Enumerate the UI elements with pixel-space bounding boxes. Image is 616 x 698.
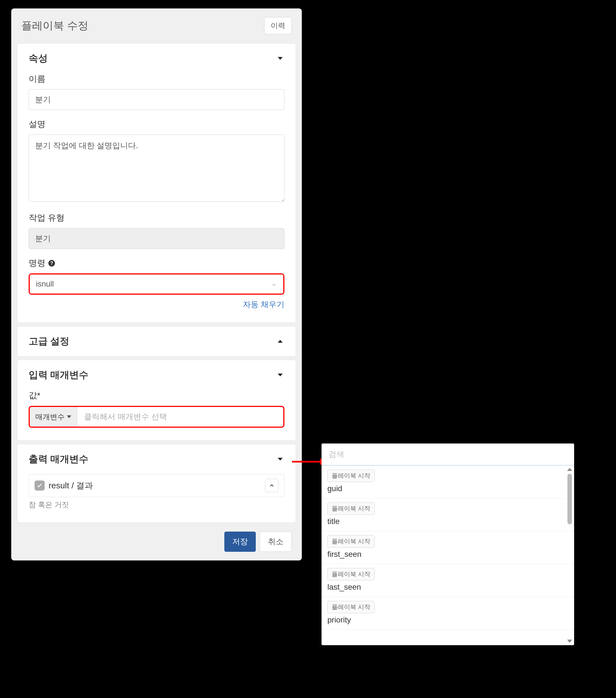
advanced-header[interactable]: 고급 설정 — [29, 335, 284, 348]
output-result-desc: 참 혹은 거짓 — [29, 500, 284, 510]
command-select[interactable]: isnull — [30, 275, 283, 294]
save-button[interactable]: 저장 — [224, 532, 256, 552]
param-result-item[interactable]: 플레이북 시작guid — [322, 465, 574, 499]
attributes-title: 속성 — [29, 52, 48, 65]
svg-text:?: ? — [50, 260, 53, 266]
caret-down-icon — [67, 415, 71, 418]
output-params-card: 출력 매개변수 result / 결과 참 혹은 거짓 — [17, 444, 296, 522]
attributes-header[interactable]: 속성 — [29, 52, 284, 65]
autofill-link[interactable]: 자동 채우기 — [243, 300, 284, 309]
result-badge: 플레이북 시작 — [327, 502, 374, 515]
param-select-placeholder[interactable]: 클릭해서 매개변수 선택 — [77, 407, 283, 427]
value-label: 값* — [29, 390, 284, 401]
command-value: isnull — [36, 280, 54, 289]
input-params-header[interactable]: 입력 매개변수 — [29, 368, 284, 381]
help-icon[interactable]: ? — [48, 259, 56, 267]
param-search-input[interactable] — [322, 444, 574, 465]
scrollbar[interactable] — [565, 465, 574, 645]
chevron-down-icon — [276, 371, 284, 379]
arrow-annotation — [292, 456, 326, 467]
advanced-card: 고급 설정 — [17, 326, 296, 357]
output-result-group: result / 결과 참 혹은 거짓 — [29, 474, 284, 510]
param-search-popup: 플레이북 시작guid플레이북 시작title플레이북 시작first_seen… — [321, 444, 574, 645]
command-select-highlight: isnull — [29, 274, 284, 295]
check-icon — [35, 480, 45, 491]
output-result-left: result / 결과 — [35, 480, 93, 491]
type-field: 작업 유형 — [29, 212, 284, 249]
name-field: 이름 — [29, 73, 284, 110]
chevron-up-icon — [276, 337, 284, 346]
result-badge: 플레이북 시작 — [327, 601, 374, 613]
panel-header: 플레이북 수정 이력 — [12, 9, 302, 40]
scroll-up-icon[interactable] — [567, 468, 572, 471]
chevron-down-icon — [276, 455, 284, 463]
result-name: guid — [327, 484, 568, 493]
param-result-item[interactable]: 플레이북 시작title — [322, 499, 574, 531]
input-params-title: 입력 매개변수 — [29, 368, 88, 381]
cancel-button[interactable]: 취소 — [260, 532, 292, 552]
footer-buttons: 저장 취소 — [12, 526, 302, 560]
attributes-card: 속성 이름 설명 작업 유형 명령 ? — [17, 43, 296, 323]
panel-title: 플레이북 수정 — [21, 18, 88, 33]
type-input — [29, 228, 284, 249]
result-badge: 플레이북 시작 — [327, 568, 374, 581]
param-result-list[interactable]: 플레이북 시작guid플레이북 시작title플레이북 시작first_seen… — [322, 465, 574, 645]
autofill-link-wrap: 자동 채우기 — [29, 299, 284, 310]
scroll-thumb[interactable] — [567, 474, 572, 524]
command-field: 명령 ? isnull 자동 채우기 — [29, 257, 284, 310]
name-input[interactable] — [29, 89, 284, 110]
output-params-title: 출력 매개변수 — [29, 453, 88, 465]
value-field: 값* 매개변수 클릭해서 매개변수 선택 — [29, 390, 284, 428]
param-type-dropdown[interactable]: 매개변수 — [30, 407, 77, 427]
input-params-card: 입력 매개변수 값* 매개변수 클릭해서 매개변수 선택 — [17, 360, 296, 441]
output-result-name: result / 결과 — [49, 480, 93, 491]
param-result-item[interactable]: 플레이북 시작last_seen — [322, 564, 574, 597]
type-label: 작업 유형 — [29, 212, 284, 224]
param-result-item[interactable]: 플레이북 시작first_seen — [322, 531, 574, 564]
param-type-label: 매개변수 — [36, 412, 65, 422]
result-name: title — [327, 517, 568, 526]
output-result-row: result / 결과 — [29, 474, 284, 497]
command-label-text: 명령 — [29, 257, 45, 269]
history-button[interactable]: 이력 — [264, 17, 292, 34]
chevron-down-icon — [271, 281, 277, 287]
collapse-output-button[interactable] — [265, 479, 278, 492]
result-badge: 플레이북 시작 — [327, 535, 374, 547]
result-badge: 플레이북 시작 — [327, 470, 374, 482]
param-result-item[interactable]: 플레이북 시작priority — [322, 597, 574, 630]
advanced-title: 고급 설정 — [29, 335, 69, 348]
name-label: 이름 — [29, 73, 284, 85]
edit-playbook-panel: 플레이북 수정 이력 속성 이름 설명 작업 유형 명령 ? — [11, 9, 302, 560]
chevron-down-icon — [276, 54, 284, 62]
result-name: last_seen — [327, 583, 568, 592]
desc-field: 설명 — [29, 118, 284, 204]
command-label: 명령 ? — [29, 257, 284, 269]
desc-textarea[interactable] — [29, 135, 284, 202]
desc-label: 설명 — [29, 118, 284, 130]
output-params-header[interactable]: 출력 매개변수 — [29, 453, 284, 465]
result-name: first_seen — [327, 550, 568, 559]
param-row-highlight: 매개변수 클릭해서 매개변수 선택 — [29, 406, 284, 428]
result-name: priority — [327, 615, 568, 625]
scroll-down-icon[interactable] — [567, 640, 572, 643]
